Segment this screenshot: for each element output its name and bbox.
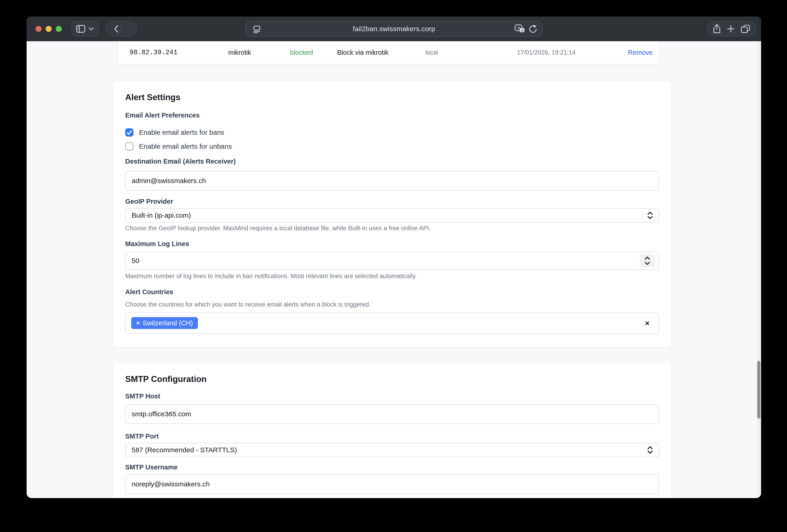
unbans-checkbox[interactable] xyxy=(125,142,133,151)
checkbox-row-bans: Enable email alerts for bans xyxy=(125,127,659,137)
clear-all-icon[interactable]: × xyxy=(645,319,650,328)
forward-button[interactable] xyxy=(124,25,129,33)
smtp-username-input[interactable] xyxy=(125,474,659,494)
country-tag-label: Switzerland (CH) xyxy=(143,319,193,327)
geoip-provider-select[interactable]: Built-in (ip-api.com) xyxy=(125,208,659,222)
zoom-window-button[interactable] xyxy=(56,26,62,32)
destination-email-input[interactable] xyxy=(125,171,659,191)
alert-settings-card: Alert Settings Email Alert Preferences E… xyxy=(113,81,671,347)
smtp-username-label: SMTP Username xyxy=(125,463,659,471)
alert-countries-help: Choose the countries for which you want … xyxy=(125,301,659,308)
window-actions xyxy=(707,21,757,37)
chevron-down-icon xyxy=(88,27,94,31)
jail-cell: mikrotik xyxy=(228,49,290,57)
timestamp-cell: 17/01/2026, 19:21:14 xyxy=(481,49,576,56)
smtp-port-selected-option: 587 (Recommended - STARTTLS) xyxy=(132,446,237,454)
url-text[interactable]: fail2ban.swissmakers.corp xyxy=(246,21,542,37)
geoip-selected-option: Built-in (ip-api.com) xyxy=(132,212,191,219)
scrollbar-track[interactable] xyxy=(757,41,761,498)
email-alert-preferences-label: Email Alert Preferences xyxy=(125,111,659,119)
smtp-host-input[interactable] xyxy=(125,404,659,424)
translate-icon[interactable]: A 文 xyxy=(515,24,525,34)
divider xyxy=(121,24,122,34)
smtp-port-label: SMTP Port xyxy=(125,432,659,440)
max-log-lines-label: Maximum Log Lines xyxy=(125,240,659,248)
svg-text:文: 文 xyxy=(521,29,524,32)
select-updown-icon xyxy=(647,211,653,220)
max-log-lines-field xyxy=(125,251,659,270)
alert-countries-label: Alert Countries xyxy=(125,288,659,296)
tag-remove-icon[interactable]: × xyxy=(136,319,140,327)
geoip-help-text: Choose the GeoIP lookup provider. MaxMin… xyxy=(125,224,659,232)
address-bar[interactable]: fail2ban.swissmakers.corp A 文 xyxy=(246,21,543,37)
banned-ips-card: 98.82.39.241 mikrotik blocked Block via … xyxy=(118,41,660,64)
checkbox-row-unbans: Enable email alerts for unbans xyxy=(125,141,659,151)
browser-toolbar: fail2ban.swissmakers.corp A 文 xyxy=(27,17,761,41)
share-icon[interactable] xyxy=(713,24,721,34)
sidebar-icon xyxy=(76,25,85,33)
navigation-buttons xyxy=(105,21,137,37)
alert-countries-multiselect[interactable]: × Switzerland (CH) × xyxy=(125,312,659,334)
tab-overview-icon[interactable] xyxy=(741,24,750,34)
bans-checkbox[interactable] xyxy=(125,128,133,136)
bans-checkbox-label[interactable]: Enable email alerts for bans xyxy=(139,129,224,136)
country-tag: × Switzerland (CH) xyxy=(131,317,198,329)
smtp-title: SMTP Configuration xyxy=(125,374,659,384)
smtp-port-select[interactable]: 587 (Recommended - STARTTLS) xyxy=(125,443,659,457)
reload-icon[interactable] xyxy=(529,24,537,34)
geoip-provider-label: GeoIP Provider xyxy=(125,197,659,205)
action-cell: Block via mikrotik xyxy=(337,49,425,57)
scrollbar-thumb[interactable] xyxy=(757,361,760,419)
destination-email-label: Destination Email (Alerts Receiver) xyxy=(125,157,659,165)
smtp-configuration-card: SMTP Configuration SMTP Host SMTP Port 5… xyxy=(113,363,671,498)
max-log-lines-help: Maximum number of log lines to include i… xyxy=(125,272,659,280)
new-tab-icon[interactable] xyxy=(727,25,735,33)
traffic-lights xyxy=(36,17,62,41)
banned-ip-cell: 98.82.39.241 xyxy=(130,49,228,57)
remove-link[interactable]: Remove xyxy=(576,49,653,57)
minimize-window-button[interactable] xyxy=(46,26,51,32)
browser-window: fail2ban.swissmakers.corp A 文 xyxy=(27,17,761,498)
stepper-divider xyxy=(643,261,652,261)
source-cell: local xyxy=(425,49,481,56)
smtp-host-label: SMTP Host xyxy=(125,392,659,400)
address-bar-actions: A 文 xyxy=(515,21,537,37)
select-updown-icon xyxy=(647,446,653,454)
page-content: 98.82.39.241 mikrotik blocked Block via … xyxy=(27,41,761,498)
status-badge: blocked xyxy=(290,49,337,57)
back-button[interactable] xyxy=(114,25,119,33)
number-stepper[interactable] xyxy=(640,254,655,267)
unbans-checkbox-label[interactable]: Enable email alerts for unbans xyxy=(139,142,232,150)
max-log-lines-input[interactable] xyxy=(126,252,659,269)
table-row: 98.82.39.241 mikrotik blocked Block via … xyxy=(118,41,660,64)
alert-settings-title: Alert Settings xyxy=(125,92,659,103)
sidebar-toggle-button[interactable] xyxy=(71,21,99,37)
close-window-button[interactable] xyxy=(36,26,42,32)
